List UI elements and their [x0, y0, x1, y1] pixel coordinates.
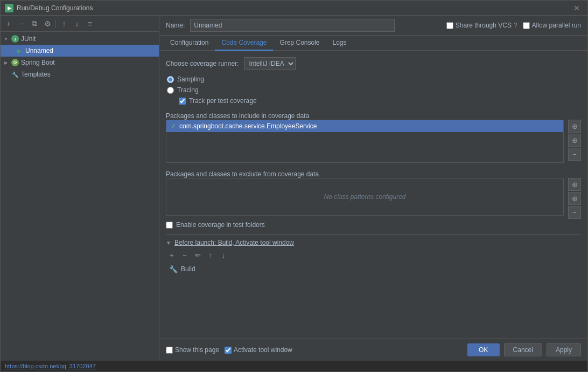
before-launch-edit-button[interactable]: ✏	[192, 250, 204, 260]
spring-icon: ⚙	[11, 59, 19, 66]
ok-button[interactable]: OK	[467, 343, 500, 356]
parallel-run-label: Allow parallel run	[532, 22, 581, 29]
tree-item-junit[interactable]: ▼ J JUnit	[1, 33, 159, 45]
spring-boot-label: Spring Boot	[21, 59, 55, 66]
title-bar: ▶ Run/Debug Configurations ✕	[1, 1, 587, 16]
track-per-test-label: Track per test coverage	[189, 97, 257, 105]
right-panel: Name: Share through VCS ? Allow parallel…	[159, 16, 587, 361]
enable-coverage-label: Enable coverage in test folders	[176, 221, 265, 229]
before-launch-header: ▼ Before launch: Build, Activate tool wi…	[166, 239, 581, 246]
status-bar[interactable]: https://blog.csdn.net/qq_31702847	[1, 361, 587, 371]
left-toolbar: + − ⧉ ⚙ ↑ ↓ ≡	[1, 16, 159, 32]
toolbar-separator	[55, 19, 56, 28]
move-down-button[interactable]: ↓	[71, 18, 83, 30]
exclude-side-buttons: ⊕ ⊕ −	[568, 178, 581, 219]
name-row: Name: Share through VCS ? Allow parallel…	[159, 16, 587, 36]
move-up-button[interactable]: ↑	[58, 18, 70, 30]
show-page-row: Show this page	[166, 346, 219, 354]
bottom-row: Show this page Activate tool window OK C…	[159, 339, 587, 361]
tree-item-unnamed[interactable]: ▶ Unnamed	[1, 45, 159, 57]
parallel-run-checkbox[interactable]	[523, 22, 530, 29]
share-vcs-checkbox[interactable]	[446, 22, 453, 29]
unnamed-label: Unnamed	[25, 47, 53, 54]
before-launch-add-button[interactable]: +	[166, 250, 178, 260]
tab-configuration[interactable]: Configuration	[164, 36, 215, 51]
before-launch-section: ▼ Before launch: Build, Activate tool wi…	[166, 234, 581, 274]
before-launch-up-button[interactable]: ↑	[205, 250, 216, 260]
include-section: Packages and classes to include in cover…	[166, 110, 581, 163]
apply-button[interactable]: Apply	[547, 343, 581, 356]
before-launch-toolbar: + − ✏ ↑ ↓	[166, 250, 581, 260]
parallel-run-row: Allow parallel run	[523, 22, 581, 29]
name-label: Name:	[166, 22, 185, 29]
footer-buttons: OK Cancel Apply	[467, 343, 581, 356]
radio-group: Sampling Tracing Track per test coverage	[167, 75, 581, 105]
cancel-button[interactable]: Cancel	[504, 343, 542, 356]
tree-item-spring-boot[interactable]: ▶ ⚙ Spring Boot	[1, 57, 159, 68]
before-launch-down-button[interactable]: ↓	[218, 250, 229, 260]
name-input[interactable]	[190, 19, 395, 32]
exclude-add-package-button[interactable]: ⊕	[568, 178, 581, 191]
spring-expand-icon: ▶	[3, 59, 9, 66]
activate-window-row: Activate tool window	[225, 346, 292, 354]
junit-icon: J	[11, 35, 19, 43]
sampling-radio[interactable]	[167, 76, 174, 83]
build-wrench-icon: 🔧	[169, 265, 178, 273]
exclude-table-wrapper: No class patterns configured ⊕ ⊕ −	[166, 178, 564, 216]
before-launch-remove-button[interactable]: −	[179, 250, 191, 260]
dialog-icon: ▶	[5, 4, 13, 12]
exclude-section: Packages and classes to exclude from cov…	[166, 168, 581, 216]
coverage-runner-row: Choose coverage runner: IntelliJ IDEA Ja…	[166, 57, 581, 70]
top-right-options: Share through VCS ? Allow parallel run	[446, 22, 581, 29]
tab-logs[interactable]: Logs	[326, 36, 353, 51]
coverage-runner-select[interactable]: IntelliJ IDEA JaCoCo	[244, 57, 296, 70]
include-table: ✓ com.springboot.cache.service.EmployeeS…	[166, 120, 564, 163]
exclude-remove-button[interactable]: −	[568, 206, 581, 219]
build-row: 🔧 Build	[166, 264, 581, 274]
add-config-button[interactable]: +	[3, 18, 15, 30]
build-label: Build	[181, 265, 195, 273]
unnamed-run-icon: ▶	[16, 47, 23, 54]
dialog-footer: Show this page Activate tool window OK C…	[159, 339, 587, 361]
junit-expand-icon: ▼	[3, 36, 9, 42]
help-icon[interactable]: ?	[514, 22, 517, 29]
enable-coverage-row: Enable coverage in test folders	[166, 221, 581, 229]
templates-wrench-icon: 🔧	[11, 71, 19, 78]
include-table-wrapper: ✓ com.springboot.cache.service.EmployeeS…	[166, 120, 564, 163]
title-bar-left: ▶ Run/Debug Configurations	[5, 4, 93, 12]
track-per-test-checkbox[interactable]	[179, 98, 186, 105]
enable-coverage-checkbox[interactable]	[166, 222, 173, 229]
config-settings-button[interactable]: ⚙	[41, 18, 53, 30]
copy-config-button[interactable]: ⧉	[29, 18, 40, 30]
dialog-title: Run/Debug Configurations	[17, 4, 93, 12]
include-side-buttons: ⊕ ⊕ −	[568, 120, 581, 161]
tracing-radio[interactable]	[167, 87, 174, 94]
exclude-add-pattern-button[interactable]: ⊕	[568, 192, 581, 205]
remove-config-button[interactable]: −	[16, 18, 27, 30]
tabs-bar: Configuration Code Coverage Grep Console…	[159, 36, 587, 51]
activate-window-checkbox[interactable]	[225, 347, 232, 354]
left-panel: + − ⧉ ⚙ ↑ ↓ ≡ ▼ J JUnit ▶ Unnamed	[1, 16, 159, 361]
include-add-package-button[interactable]: ⊕	[568, 120, 581, 133]
status-url: https://blog.csdn.net/qq_31702847	[5, 363, 96, 369]
include-row-selected[interactable]: ✓ com.springboot.cache.service.EmployeeS…	[166, 120, 563, 132]
activate-window-label: Activate tool window	[234, 346, 292, 354]
tree-item-templates[interactable]: ▶ 🔧 Templates	[1, 68, 159, 80]
before-launch-title[interactable]: Before launch: Build, Activate tool wind…	[174, 239, 294, 246]
close-button[interactable]: ✕	[570, 3, 583, 13]
before-launch-collapse-icon[interactable]: ▼	[166, 240, 171, 246]
sort-button[interactable]: ≡	[84, 18, 96, 30]
exclude-table: No class patterns configured	[166, 178, 564, 216]
config-tree: ▼ J JUnit ▶ Unnamed ▶ ⚙ Spring Boot ▶	[1, 32, 159, 361]
no-patterns-text: No class patterns configured	[324, 193, 405, 201]
main-content: + − ⧉ ⚙ ↑ ↓ ≡ ▼ J JUnit ▶ Unnamed	[1, 16, 587, 361]
tab-code-coverage[interactable]: Code Coverage	[215, 36, 273, 51]
include-label: Packages and classes to include in cover…	[166, 112, 581, 120]
sampling-row: Sampling	[167, 75, 581, 83]
include-add-pattern-button[interactable]: ⊕	[568, 134, 581, 147]
share-vcs-label: Share through VCS	[456, 22, 512, 29]
tab-grep-console[interactable]: Grep Console	[273, 36, 326, 51]
include-remove-button[interactable]: −	[568, 148, 581, 161]
show-page-checkbox[interactable]	[166, 347, 173, 354]
exclude-label: Packages and classes to exclude from cov…	[166, 170, 581, 178]
